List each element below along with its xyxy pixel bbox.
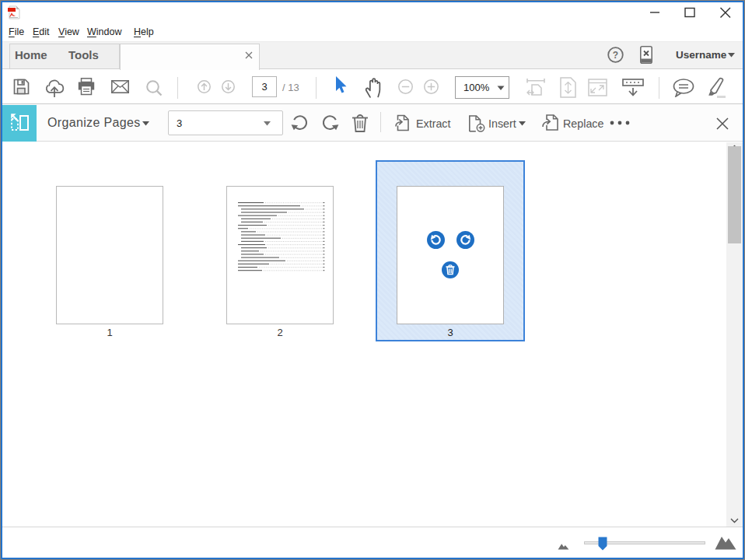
svg-text:?: ? [613,50,618,61]
